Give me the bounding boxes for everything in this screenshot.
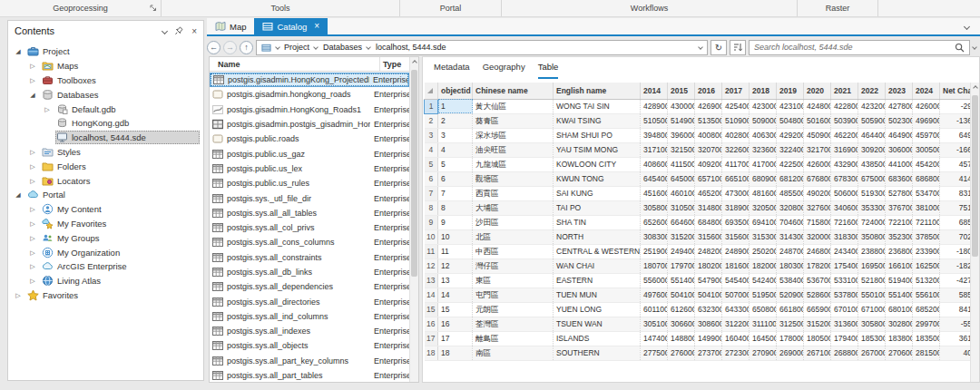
expand-triangle-icon[interactable]: ▷ <box>28 77 37 83</box>
table-cell[interactable]: 680100 <box>886 302 913 317</box>
table-cell[interactable]: 148800 <box>668 331 695 346</box>
table-cell[interactable]: 503900 <box>831 113 858 128</box>
column-header-2014[interactable]: 2014 <box>641 83 668 99</box>
table-cell[interactable]: 528600 <box>804 288 831 302</box>
table-cell[interactable]: 276000 <box>668 346 695 360</box>
expand-triangle-icon[interactable]: ▷ <box>28 220 37 227</box>
table-cell[interactable]: 645400 <box>641 171 668 186</box>
table-cell[interactable]: 551400 <box>886 288 913 302</box>
table-cell[interactable]: 664600 <box>668 215 695 229</box>
table-cell[interactable]: 496900 <box>913 113 940 128</box>
table-cell[interactable]: 670100 <box>831 302 858 317</box>
table-cell[interactable]: 181600 <box>722 258 750 273</box>
catalog-item-postgis-sys-all-dependencies[interactable]: postgis.sys.all_dependenciesEnterprise <box>210 279 409 294</box>
table-cell[interactable]: 533100 <box>831 273 858 288</box>
table-cell[interactable]: 251900 <box>641 244 668 258</box>
expand-triangle-icon[interactable]: ▷ <box>28 63 37 69</box>
table-cell[interactable]: 164500 <box>750 331 777 346</box>
table-cell[interactable]: 429200 <box>777 128 804 142</box>
table-row[interactable]: 1212灣仔區WAN CHAI1807001797001802001816001… <box>425 258 975 273</box>
catalog-item-postgis-sys-all-cons-columns[interactable]: postgis.sys.all_cons_columnsEnterprise <box>210 235 409 249</box>
table-cell[interactable]: 314300 <box>777 229 804 244</box>
catalog-item-postgis-gisadmin-hongkong-roads[interactable]: postgis.gisadmin.hongkong_roadsEnterpris… <box>210 87 409 102</box>
catalog-item-postgis-sys-all-part-key-columns[interactable]: postgis.sys.all_part_key_columnsEnterpri… <box>210 354 409 368</box>
table-cell[interactable]: 462200 <box>831 128 858 142</box>
expand-triangle-icon[interactable]: ▷ <box>14 292 23 298</box>
table-cell[interactable]: 396000 <box>668 128 695 142</box>
table-row[interactable]: 1717離島區ISLANDS14740014880014990016040016… <box>425 331 975 346</box>
table-cell[interactable]: 315200 <box>804 317 831 331</box>
table-cell[interactable]: 504100 <box>695 288 722 302</box>
table-cell[interactable]: 160400 <box>722 331 750 346</box>
column-header-2021[interactable]: 2021 <box>831 83 858 99</box>
table-cell[interactable]: 715800 <box>804 215 831 229</box>
table-cell[interactable]: 685200 <box>913 302 940 317</box>
row-number-cell[interactable]: 10 <box>425 229 438 244</box>
table-cell[interactable]: 西貢區 <box>473 186 554 200</box>
table-cell[interactable]: 547900 <box>695 273 722 288</box>
table-cell[interactable]: 506000 <box>831 186 858 200</box>
row-number-cell[interactable]: 12 <box>425 258 438 273</box>
table-cell[interactable]: 321500 <box>668 142 695 157</box>
catalog-item-postgis-gisadmin-hongkong-projectedpop[interactable]: postgis.gisadmin.HongKong_ProjectedPop..… <box>210 73 409 87</box>
table-cell[interactable]: 302800 <box>886 317 913 331</box>
table-cell[interactable]: 248900 <box>722 244 750 258</box>
table-cell[interactable]: SOUTHERN <box>554 346 641 360</box>
table-cell[interactable]: 東區 <box>473 273 554 288</box>
table-cell[interactable]: 665100 <box>722 171 750 186</box>
table-cell[interactable]: 葵青區 <box>473 113 554 128</box>
table-cell[interactable]: 178000 <box>777 331 804 346</box>
table-cell[interactable]: 422800 <box>831 99 858 113</box>
table-cell[interactable]: 353300 <box>858 200 886 215</box>
table-cell[interactable]: 268800 <box>831 346 858 360</box>
table-cell[interactable]: 243400 <box>831 244 858 258</box>
ribbon-group-tools[interactable]: Tools <box>162 0 400 16</box>
table-cell[interactable]: 149900 <box>695 331 722 346</box>
table-cell[interactable]: 426900 <box>695 99 722 113</box>
pin-icon[interactable] <box>175 26 183 35</box>
table-cell[interactable]: 423100 <box>777 99 804 113</box>
ribbon-group-workflows[interactable]: Workflows <box>502 0 798 16</box>
table-cell[interactable]: KWUN TONG <box>554 171 641 186</box>
expand-triangle-icon[interactable]: ▷ <box>28 235 37 241</box>
table-cell[interactable]: 1 <box>438 99 473 113</box>
table-cell[interactable]: 510900 <box>722 113 750 128</box>
table-cell[interactable]: 312200 <box>722 317 750 331</box>
breadcrumb-dropdown-chevron[interactable] <box>366 44 371 50</box>
table-cell[interactable]: 311100 <box>750 317 777 331</box>
table-row[interactable]: 1313東區EASTERN556000551400547900545400542… <box>425 273 975 288</box>
table-row[interactable]: 99沙田區SHA TIN6526006646006848006935006941… <box>425 215 975 229</box>
table-cell[interactable]: 381000 <box>913 200 940 215</box>
table-cell[interactable]: 250200 <box>750 244 777 258</box>
table-cell[interactable]: 272300 <box>722 346 750 360</box>
table-cell[interactable]: 376700 <box>886 200 913 215</box>
breadcrumb-databases[interactable]: Databases <box>323 43 370 52</box>
row-number-cell[interactable]: 11 <box>425 244 438 258</box>
table-cell[interactable]: YUEN LONG <box>554 302 641 317</box>
table-cell[interactable]: 427800 <box>886 99 913 113</box>
table-cell[interactable]: 551400 <box>668 273 695 288</box>
table-cell[interactable]: 537800 <box>831 288 858 302</box>
table-scrollbar[interactable] <box>970 83 979 382</box>
table-cell[interactable]: 425400 <box>722 99 750 113</box>
close-tab-icon[interactable]: × <box>314 22 319 31</box>
column-header-english-name[interactable]: English name <box>554 83 641 99</box>
list-scrollbar-thumb[interactable] <box>411 70 417 277</box>
table-cell[interactable]: 162500 <box>913 258 940 273</box>
table-cell[interactable]: 166100 <box>886 258 913 273</box>
table-row[interactable]: 33深水埗區SHAM SHUI PO3948003960004008004028… <box>425 128 975 142</box>
table-cell[interactable]: 680900 <box>750 171 777 186</box>
table-cell[interactable]: 248700 <box>777 244 804 258</box>
table-cell[interactable]: 538400 <box>777 273 804 288</box>
table-cell[interactable]: WAN CHAI <box>554 258 641 273</box>
table-cell[interactable]: 464900 <box>886 128 913 142</box>
detail-tab-metadata[interactable]: Metadata <box>434 62 470 79</box>
table-cell[interactable]: 676800 <box>804 171 831 186</box>
table-cell[interactable]: 724000 <box>858 215 886 229</box>
tree-item-styles[interactable]: ▷Styles <box>8 145 203 160</box>
table-cell[interactable]: 650800 <box>750 302 777 317</box>
table-cell[interactable]: 675000 <box>858 171 886 186</box>
table-cell[interactable]: 507000 <box>722 288 750 302</box>
table-cell[interactable]: 527800 <box>886 186 913 200</box>
table-cell[interactable]: 180500 <box>804 331 831 346</box>
